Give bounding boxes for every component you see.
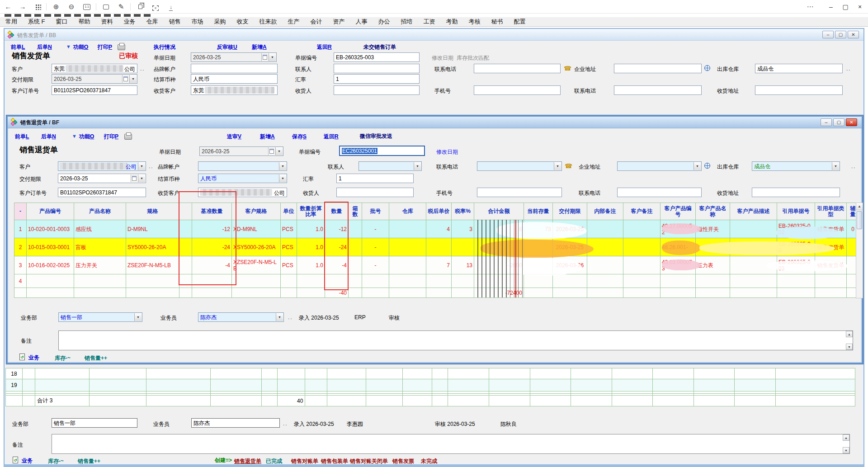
grid-vertical-scrollbar[interactable]: ▲ — [856, 203, 863, 298]
customer-po-field[interactable]: B01102SPO260371847 — [52, 85, 137, 95]
menu-item[interactable]: 会计 — [305, 18, 328, 26]
dropdown-arrow-icon[interactable]: ▼ — [276, 313, 283, 321]
stock-link[interactable]: 库存-~ — [55, 354, 71, 362]
customer-po-field[interactable]: B01102SPO260371847 — [58, 188, 146, 197]
grid-cell[interactable] — [553, 288, 587, 298]
add-new-link[interactable]: 新增A — [260, 133, 275, 141]
grid-col-header[interactable]: 客户备注 — [623, 203, 660, 220]
save-link[interactable]: 保存S — [292, 133, 307, 141]
grid-cell[interactable] — [366, 379, 403, 392]
grid-cell[interactable]: -4 — [325, 256, 349, 274]
grid-cell[interactable] — [735, 396, 776, 406]
grid-cell[interactable] — [35, 379, 90, 392]
grid-col-header[interactable]: 数量折算比率 — [297, 203, 325, 220]
grid-cell[interactable] — [261, 379, 278, 392]
grid-cell[interactable] — [730, 274, 777, 288]
forward-icon[interactable]: → — [17, 2, 28, 12]
grid-cell[interactable]: 1.0 — [297, 238, 325, 256]
dropdown-arrow-icon[interactable]: ▼ — [134, 313, 142, 321]
grid-cell[interactable] — [452, 288, 474, 298]
grid-cell[interactable] — [297, 274, 325, 288]
print-link[interactable]: 打印P — [104, 133, 118, 141]
note-textarea[interactable] — [58, 330, 853, 350]
contact-field[interactable] — [334, 64, 420, 73]
grid-cell[interactable] — [74, 274, 126, 288]
salesman-lookup-dots[interactable]: .. — [283, 420, 288, 427]
grid-cell[interactable] — [426, 238, 452, 256]
grid-cell[interactable]: PCS — [281, 238, 297, 256]
warehouse-field[interactable]: 成品仓▼ — [752, 161, 840, 171]
grid-cell[interactable] — [474, 238, 524, 256]
grid-cell[interactable] — [432, 368, 448, 379]
grid-col-header[interactable]: 客户规格 — [232, 203, 281, 220]
customer-field[interactable]: 东莞公司 — [52, 64, 137, 73]
grid-cell[interactable]: EB-260325-00 — [777, 238, 815, 256]
grid-cell[interactable] — [660, 274, 696, 288]
grid-cell[interactable]: XZSE20F-N-M5-LB — [232, 256, 281, 274]
grid-cell[interactable] — [327, 396, 366, 406]
grid-cell[interactable] — [452, 274, 474, 288]
grid-cell[interactable] — [777, 274, 815, 288]
receive-address-field[interactable] — [752, 188, 840, 197]
grid-cell[interactable]: 7 — [426, 256, 452, 274]
grid-cell[interactable] — [426, 274, 452, 288]
receiver-customer-field[interactable]: 东莞 — [191, 85, 278, 95]
calendar-icon[interactable] — [131, 175, 137, 182]
grid-cell[interactable] — [489, 379, 530, 392]
menu-item[interactable]: 销售 — [164, 18, 186, 26]
dropdown-arrow-icon[interactable]: ▼ — [279, 162, 286, 170]
grid-cell[interactable] — [571, 396, 612, 406]
submit-approval-link[interactable]: 送审V — [227, 133, 241, 141]
warehouse-lookup-dots[interactable]: .. — [851, 163, 856, 170]
grid-cell[interactable]: 压力开关 — [74, 256, 126, 274]
salesman-field[interactable]: 陈亦杰▼ — [198, 312, 284, 322]
grid-col-header[interactable]: 产品名称 — [74, 203, 126, 220]
grid-cell[interactable] — [179, 238, 192, 256]
dropdown-arrow-icon[interactable]: ▼ — [275, 147, 283, 155]
grid-cell[interactable] — [349, 256, 362, 274]
grid-cell[interactable]: 感应线 — [74, 220, 126, 238]
return-link[interactable]: 返回R — [324, 133, 339, 141]
grid-cell[interactable] — [587, 288, 623, 298]
phone-field[interactable]: ▼ — [477, 161, 562, 171]
menu-item[interactable]: 系统 F — [23, 18, 51, 26]
mobile-field[interactable] — [477, 188, 562, 197]
doc-date-field[interactable]: 2026-03-25▼ — [191, 52, 277, 62]
biz-doc-icon[interactable]: ↺ — [19, 354, 25, 360]
grid-col-header[interactable]: 客户产品名称 — [696, 203, 730, 220]
grid-cell[interactable]: 1.0 — [297, 220, 325, 238]
pending-sales-orders-link[interactable]: 未交销售订单 — [363, 43, 396, 51]
grid-cell[interactable] — [452, 238, 474, 256]
grid-cell[interactable] — [660, 288, 696, 298]
grid-col-header[interactable]: 内部备注 — [587, 203, 623, 220]
grid-cell[interactable]: 1.0 — [297, 256, 325, 274]
grid-cell[interactable] — [693, 396, 735, 406]
grid-cell[interactable]: - — [362, 256, 389, 274]
grid-col-header[interactable] — [179, 203, 192, 220]
grid-col-header[interactable]: 交付期限 — [553, 203, 587, 220]
zoom-out-icon[interactable]: ⊖ — [66, 2, 77, 12]
grid-cell[interactable]: 46.26.001- — [660, 238, 696, 256]
grid-cell[interactable] — [210, 368, 261, 379]
grid-cell[interactable]: 40 — [278, 396, 305, 406]
grid-cell[interactable] — [653, 379, 694, 392]
dropdown-arrow-icon[interactable]: ▼ — [832, 162, 839, 170]
grid-cell[interactable] — [524, 256, 553, 274]
grid-col-header[interactable]: 客户产品编号 — [660, 203, 696, 220]
grid-cell[interactable] — [847, 238, 856, 256]
grid-cell[interactable] — [210, 379, 261, 392]
dept-field[interactable]: 销售一部▼ — [58, 312, 142, 322]
grid-cell[interactable] — [278, 368, 305, 379]
menu-item[interactable]: 业务 — [118, 18, 141, 26]
grid-cell[interactable]: 2026-03-25 — [553, 238, 587, 256]
grid-cell[interactable] — [474, 274, 524, 288]
grid-cell[interactable] — [325, 274, 349, 288]
menu-item[interactable]: 帮助 — [73, 18, 96, 26]
download-icon[interactable]: ↓ — [165, 2, 176, 12]
print-link[interactable]: 打印P — [98, 43, 112, 51]
dept-field[interactable]: 销售一部 — [52, 418, 137, 428]
receive-address-field[interactable] — [755, 85, 843, 95]
biz-link[interactable]: 业务 — [22, 457, 33, 465]
grid-cell[interactable]: -12 — [325, 220, 349, 238]
grid-cell[interactable]: 2026-03-25 — [553, 220, 587, 238]
